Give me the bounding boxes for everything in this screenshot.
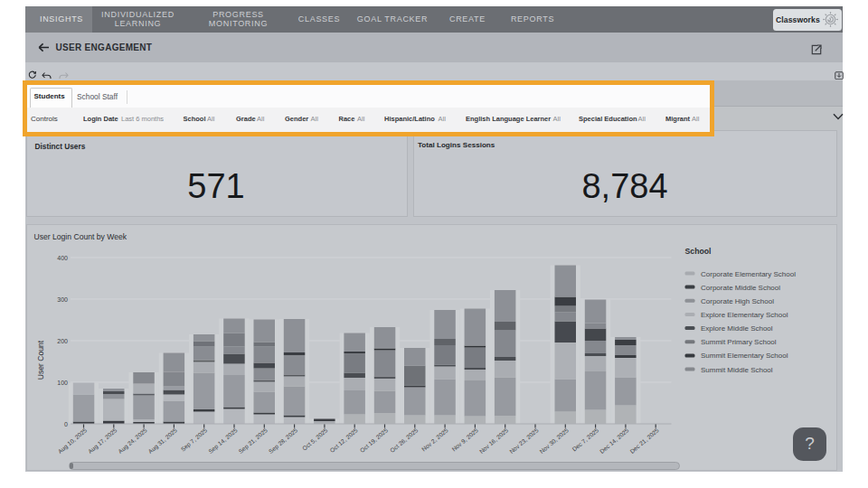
svg-text:Dec 7, 2025: Dec 7, 2025 <box>571 427 600 452</box>
svg-text:Nov 23, 2025: Nov 23, 2025 <box>508 427 540 455</box>
svg-text:Nov 2, 2025: Nov 2, 2025 <box>420 427 449 452</box>
svg-text:Dec 21, 2025: Dec 21, 2025 <box>628 427 660 455</box>
svg-text:User Login Count by Week: User Login Count by Week <box>34 232 127 241</box>
svg-text:Corporate Elementary School: Corporate Elementary School <box>701 269 796 277</box>
svg-text:Explore Elementary School: Explore Elementary School <box>701 310 788 318</box>
svg-text:Nov 16, 2025: Nov 16, 2025 <box>478 427 510 455</box>
svg-text:Nov 30, 2025: Nov 30, 2025 <box>538 427 570 455</box>
svg-text:Aug 31, 2025: Aug 31, 2025 <box>146 427 178 455</box>
svg-text:User Count: User Count <box>36 340 45 380</box>
svg-text:Corporate Middle School: Corporate Middle School <box>701 283 780 291</box>
svg-text:Aug 17, 2025: Aug 17, 2025 <box>87 427 118 455</box>
svg-text:Aug 10, 2025: Aug 10, 2025 <box>57 427 89 455</box>
svg-text:Aug 24, 2025: Aug 24, 2025 <box>117 427 148 455</box>
svg-text:Summit Middle School: Summit Middle School <box>701 365 773 373</box>
svg-text:400: 400 <box>57 254 68 260</box>
svg-text:School: School <box>685 247 712 256</box>
svg-text:0: 0 <box>64 420 68 427</box>
svg-text:Oct 5, 2025: Oct 5, 2025 <box>301 427 329 451</box>
svg-text:Sep 28, 2025: Sep 28, 2025 <box>268 427 299 455</box>
svg-text:Corporate High School: Corporate High School <box>701 296 774 305</box>
svg-text:Sep 21, 2025: Sep 21, 2025 <box>237 427 269 455</box>
svg-text:Sep 7, 2025: Sep 7, 2025 <box>180 427 210 453</box>
svg-text:Explore Middle School: Explore Middle School <box>701 324 773 333</box>
svg-text:Oct 19, 2025: Oct 19, 2025 <box>359 427 390 454</box>
svg-text:Oct 12, 2025: Oct 12, 2025 <box>328 427 359 454</box>
svg-text:Sep 14, 2025: Sep 14, 2025 <box>207 427 239 455</box>
svg-text:100: 100 <box>57 379 68 385</box>
svg-text:Nov 9, 2025: Nov 9, 2025 <box>450 427 479 452</box>
svg-text:300: 300 <box>57 296 68 302</box>
svg-text:Oct 26, 2025: Oct 26, 2025 <box>389 427 420 454</box>
svg-text:Summit Elementary School: Summit Elementary School <box>701 352 788 360</box>
svg-text:Dec 14, 2025: Dec 14, 2025 <box>599 427 630 455</box>
svg-text:Summit Primary School: Summit Primary School <box>701 338 777 346</box>
svg-text:200: 200 <box>57 337 68 343</box>
